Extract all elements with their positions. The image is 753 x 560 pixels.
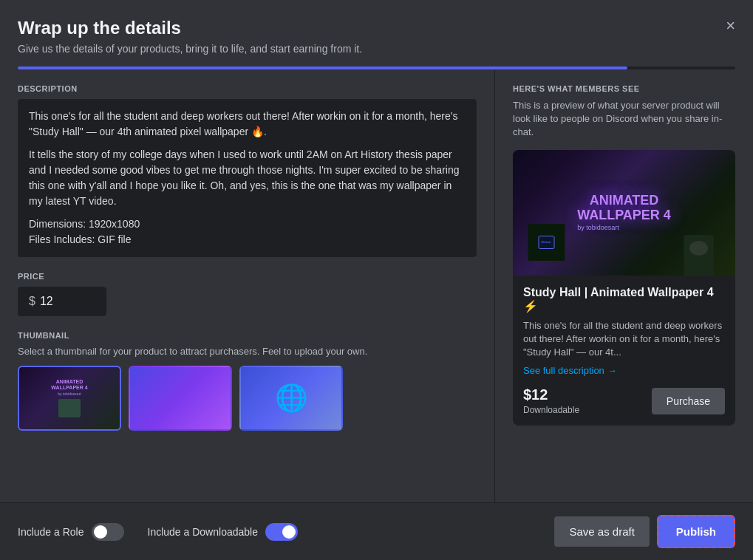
product-title: Study Hall | Animated Wallpaper 4 ⚡ bbox=[523, 286, 725, 313]
description-text-1: This one's for all the student and deep … bbox=[29, 109, 466, 140]
preview-label: HERE'S WHAT MEMBERS SEE bbox=[513, 84, 735, 93]
modal-body: DESCRIPTION This one's for all the stude… bbox=[0, 69, 753, 502]
thumbnail-label: THUMBNAIL bbox=[18, 331, 477, 340]
include-downloadable-toggle[interactable] bbox=[265, 523, 298, 541]
preview-subtitle: This is a preview of what your server pr… bbox=[513, 99, 735, 140]
product-price: $12 bbox=[523, 386, 579, 403]
progress-bar-fill bbox=[18, 66, 627, 69]
footer-right: Save as draft Publish bbox=[554, 515, 735, 548]
modal: Wrap up the details Give us the details … bbox=[0, 0, 753, 560]
thumbnail-section: THUMBNAIL Select a thumbnail for your pr… bbox=[18, 331, 477, 431]
thumb-figure bbox=[58, 399, 81, 417]
include-role-toggle[interactable] bbox=[92, 523, 124, 541]
product-image-big-text-1: ANIMATED bbox=[577, 194, 671, 208]
progress-bar-container bbox=[18, 66, 735, 69]
include-downloadable-group: Include a Downloadable bbox=[148, 523, 298, 541]
modal-header: Wrap up the details Give us the details … bbox=[0, 0, 753, 69]
description-text-2: It tells the story of my college days wh… bbox=[29, 147, 466, 209]
description-box[interactable]: This one's for all the student and deep … bbox=[18, 99, 477, 257]
modal-subtitle: Give us the details of your products, br… bbox=[18, 43, 735, 55]
thumbnail-item-3[interactable]: 🌐 bbox=[239, 366, 343, 431]
modal-footer: Include a Role Include a Downloadable Sa… bbox=[0, 502, 753, 560]
thumbnail-subtitle: Select a thumbnail for your product to a… bbox=[18, 346, 477, 357]
purchase-button[interactable]: Purchase bbox=[652, 388, 725, 414]
thumbnail-item-1[interactable]: ANIMATEDWALLPAPER 4 by tobidoesart bbox=[18, 366, 121, 431]
close-button[interactable]: × bbox=[723, 15, 738, 37]
thumb-3-icon: 🌐 bbox=[275, 383, 308, 414]
description-dimensions: Dimensions: 1920x1080 bbox=[29, 218, 140, 230]
footer-left: Include a Role Include a Downloadable bbox=[18, 523, 298, 541]
toggle-knob-downloadable bbox=[282, 525, 296, 539]
save-draft-button[interactable]: Save as draft bbox=[554, 516, 649, 547]
product-card: ANIMATED WALLPAPER 4 by tobidoesart Drtz… bbox=[513, 150, 735, 426]
description-files: Files Includes: GIF file bbox=[29, 233, 132, 245]
price-section: PRICE $ 12 bbox=[18, 272, 477, 316]
product-image: ANIMATED WALLPAPER 4 by tobidoesart Drtz… bbox=[513, 150, 735, 276]
thumbnail-item-2[interactable] bbox=[129, 366, 232, 431]
modal-title: Wrap up the details bbox=[18, 18, 735, 38]
right-panel: HERE'S WHAT MEMBERS SEE This is a previe… bbox=[494, 69, 753, 502]
publish-button[interactable]: Publish bbox=[657, 515, 735, 548]
see-full-desc-link[interactable]: See full description → bbox=[523, 365, 725, 376]
price-label: PRICE bbox=[18, 272, 477, 281]
description-text-3: Dimensions: 1920x1080 Files Includes: GI… bbox=[29, 216, 466, 247]
include-role-group: Include a Role bbox=[18, 523, 124, 541]
thumbnail-grid: ANIMATEDWALLPAPER 4 by tobidoesart 🌐 bbox=[18, 366, 477, 431]
left-panel: DESCRIPTION This one's for all the stude… bbox=[0, 69, 494, 502]
include-downloadable-label: Include a Downloadable bbox=[148, 526, 258, 538]
product-downloadable: Downloadable bbox=[523, 405, 579, 415]
description-label: DESCRIPTION bbox=[18, 84, 477, 93]
toggle-knob-role bbox=[94, 525, 107, 539]
product-info: Study Hall | Animated Wallpaper 4 ⚡ This… bbox=[513, 276, 735, 426]
price-input-wrapper[interactable]: $ 12 bbox=[18, 287, 106, 316]
product-desc: This one's for all the student and deep … bbox=[523, 319, 725, 360]
include-role-label: Include a Role bbox=[18, 526, 84, 538]
product-price-row: $12 Downloadable Purchase bbox=[523, 386, 725, 415]
price-value: 12 bbox=[40, 295, 53, 308]
scene-container: Drtzon bbox=[513, 216, 735, 276]
price-symbol: $ bbox=[29, 295, 35, 308]
